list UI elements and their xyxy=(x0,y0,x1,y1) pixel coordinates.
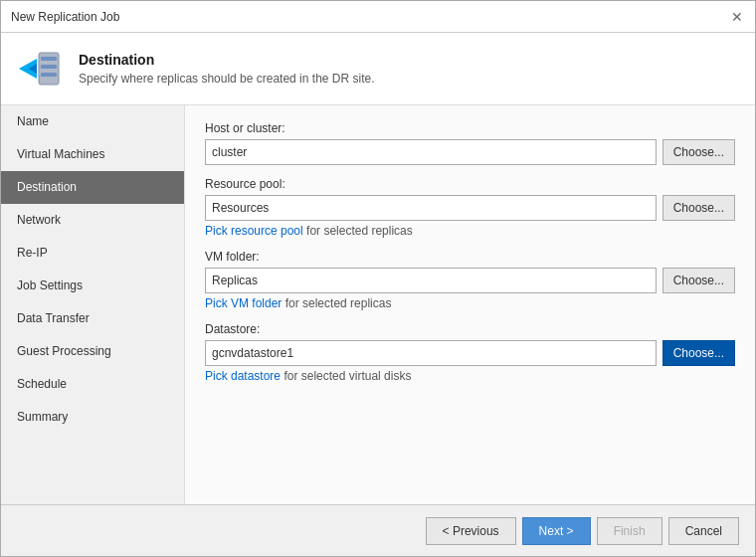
datastore-link-suffix: for selected virtual disks xyxy=(281,369,411,383)
pick-resource-pool-link[interactable]: Pick resource pool xyxy=(205,224,303,238)
sidebar-item-destination[interactable]: Destination xyxy=(1,171,184,204)
content-area: Name Virtual Machines Destination Networ… xyxy=(1,105,755,504)
svg-rect-2 xyxy=(41,65,57,69)
sidebar-item-name[interactable]: Name xyxy=(1,105,184,138)
vm-folder-link-row: Pick VM folder for selected replicas xyxy=(205,296,735,310)
resource-pool-input-row: Choose... xyxy=(205,195,735,221)
resource-pool-group: Resource pool: Choose... Pick resource p… xyxy=(205,177,735,238)
svg-rect-1 xyxy=(41,57,57,61)
resource-pool-link-row: Pick resource pool for selected replicas xyxy=(205,224,735,238)
sidebar-item-data-transfer[interactable]: Data Transfer xyxy=(1,302,184,335)
title-bar: New Replication Job ✕ xyxy=(1,1,755,33)
cancel-button[interactable]: Cancel xyxy=(668,517,739,545)
next-button[interactable]: Next > xyxy=(522,517,591,545)
resource-pool-label: Resource pool: xyxy=(205,177,735,191)
sidebar-item-network[interactable]: Network xyxy=(1,204,184,237)
vm-folder-group: VM folder: Choose... Pick VM folder for … xyxy=(205,250,735,310)
datastore-input-row: Choose... xyxy=(205,340,735,366)
datastore-link-row: Pick datastore for selected virtual disk… xyxy=(205,369,735,383)
datastore-label: Datastore: xyxy=(205,322,735,336)
host-label: Host or cluster: xyxy=(205,121,735,135)
header-title: Destination xyxy=(79,52,375,68)
sidebar-item-re-ip[interactable]: Re-IP xyxy=(1,237,184,270)
datastore-group: Datastore: Choose... Pick datastore for … xyxy=(205,322,735,383)
sidebar: Name Virtual Machines Destination Networ… xyxy=(1,105,185,504)
host-input[interactable] xyxy=(205,139,657,165)
host-input-row: Choose... xyxy=(205,139,735,165)
dialog-title: New Replication Job xyxy=(11,10,119,24)
resource-pool-choose-button[interactable]: Choose... xyxy=(662,195,735,221)
sidebar-item-schedule[interactable]: Schedule xyxy=(1,368,184,401)
vm-folder-input[interactable] xyxy=(205,268,657,293)
previous-button[interactable]: < Previous xyxy=(426,517,516,545)
pick-vm-folder-link[interactable]: Pick VM folder xyxy=(205,296,282,310)
datastore-input[interactable] xyxy=(205,340,657,366)
sidebar-item-summary[interactable]: Summary xyxy=(1,401,184,434)
vm-folder-input-row: Choose... xyxy=(205,268,735,293)
vm-folder-label: VM folder: xyxy=(205,250,735,264)
sidebar-item-guest-processing[interactable]: Guest Processing xyxy=(1,335,184,368)
destination-icon xyxy=(17,45,65,93)
header-subtitle: Specify where replicas should be created… xyxy=(79,72,375,86)
sidebar-item-virtual-machines[interactable]: Virtual Machines xyxy=(1,138,184,171)
close-button[interactable]: ✕ xyxy=(729,9,745,25)
pick-datastore-link[interactable]: Pick datastore xyxy=(205,369,281,383)
main-content: Host or cluster: Choose... Resource pool… xyxy=(185,105,755,504)
sidebar-item-job-settings[interactable]: Job Settings xyxy=(1,270,184,302)
footer: < Previous Next > Finish Cancel xyxy=(1,504,755,556)
host-group: Host or cluster: Choose... xyxy=(205,121,735,165)
svg-rect-3 xyxy=(41,73,57,77)
resource-pool-input[interactable] xyxy=(205,195,657,221)
vm-folder-link-suffix: for selected replicas xyxy=(282,296,391,310)
vm-folder-choose-button[interactable]: Choose... xyxy=(662,268,735,293)
datastore-choose-button[interactable]: Choose... xyxy=(662,340,735,366)
header-text: Destination Specify where replicas shoul… xyxy=(79,52,375,86)
dialog: New Replication Job ✕ Destination Specif… xyxy=(0,0,756,557)
header-section: Destination Specify where replicas shoul… xyxy=(1,33,755,105)
resource-pool-link-suffix: for selected replicas xyxy=(303,224,413,238)
finish-button[interactable]: Finish xyxy=(597,517,662,545)
host-choose-button[interactable]: Choose... xyxy=(662,139,735,165)
